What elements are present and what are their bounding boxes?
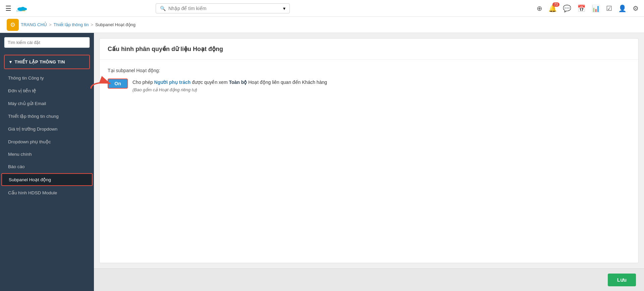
sidebar-items-list: Thông tin Công ty Đơn vị tiền tệ Máy chủ… [0, 72, 94, 199]
content-card: Cấu hình phân quyền dữ liệu Hoạt động Tạ… [99, 38, 639, 263]
desc-suffix: Hoạt động liên quan đến Khách hàng [247, 80, 327, 85]
hamburger-menu[interactable]: ☰ [5, 4, 11, 12]
page-layout: ▾ THIẾT LẬP THÔNG TIN Thông tin Công ty … [0, 33, 644, 291]
sidebar-section-thiet-lap: ▾ THIẾT LẬP THÔNG TIN [4, 55, 90, 69]
chat-icon[interactable]: 💬 [563, 4, 571, 12]
content-body: Tại subpanel Hoạt động: On [100, 60, 638, 102]
calendar-icon[interactable]: 📅 [577, 4, 586, 12]
breadcrumb-sep2: > [91, 22, 93, 27]
cloudpro-logo-icon: CLOUD PRO [15, 3, 30, 14]
sidebar: ▾ THIẾT LẬP THÔNG TIN Thông tin Công ty … [0, 33, 94, 291]
svg-text:PRO: PRO [22, 10, 25, 11]
sidebar-item-cau-hinh-hdsd[interactable]: Cấu hình HDSD Module [0, 186, 94, 199]
notification-badge: 73 [552, 2, 559, 7]
sidebar-item-thong-tin-cong-ty[interactable]: Thông tin Công ty [0, 72, 94, 84]
svg-text:CLOUD: CLOUD [16, 10, 21, 11]
desc-prefix: Cho phép [132, 80, 154, 85]
search-input[interactable] [168, 6, 280, 11]
breadcrumb-sep1: > [49, 22, 52, 27]
footer-bar: Lưu [94, 269, 644, 291]
sidebar-item-gia-tri-dropdown[interactable]: Giá trị trường Dropdown [0, 123, 94, 135]
sidebar-item-dropdown-phu-thuoc[interactable]: Dropdown phụ thuộc [0, 135, 94, 148]
settings-icon[interactable]: ⚙ [633, 4, 639, 12]
notification-icon[interactable]: 🔔 73 [548, 4, 557, 12]
page-title: Cấu hình phân quyền dữ liệu Hoạt động [100, 39, 638, 60]
sidebar-item-may-chu-gui-email[interactable]: Máy chủ gửi Email [0, 97, 94, 110]
search-icon: 🔍 [160, 6, 166, 11]
breadcrumb: TRANG CHỦ > Thiết lập thông tin > Subpan… [21, 22, 136, 27]
desc-mid: được quyền xem [191, 80, 229, 85]
add-icon[interactable]: ⊕ [537, 4, 542, 12]
toggle-description: Cho phép Người phụ trách được quyền xem … [132, 79, 327, 94]
chevron-down-icon: ▾ [283, 6, 285, 11]
desc-italic: (Bao gồm cả Hoạt động riêng tư) [132, 87, 197, 92]
settings-gear-icon: ⚙ [7, 19, 19, 31]
subpanel-label: Tại subpanel Hoạt động: [108, 68, 630, 73]
toggle-wrapper: On [108, 79, 128, 89]
sidebar-item-don-vi-tien-te[interactable]: Đơn vị tiền tệ [0, 84, 94, 97]
main-content: Cấu hình phân quyền dữ liệu Hoạt động Tạ… [94, 33, 644, 291]
on-off-toggle[interactable]: On [108, 79, 128, 89]
logo: CLOUD PRO [15, 3, 30, 14]
sidebar-search-input[interactable] [4, 37, 90, 48]
desc-bold2: Toàn bộ [229, 80, 247, 85]
chart-icon[interactable]: 📊 [592, 4, 600, 12]
sidebar-item-menu-chinh[interactable]: Menu chính [0, 148, 94, 160]
sidebar-section-label: THIẾT LẬP THÔNG TIN [15, 59, 65, 64]
sidebar-item-thiet-lap-chung[interactable]: Thiết lập thông tin chung [0, 110, 94, 123]
chevron-icon: ▾ [9, 59, 12, 64]
search-bar[interactable]: 🔍 ▾ [156, 3, 290, 13]
user-icon[interactable]: 👤 [618, 4, 627, 12]
sidebar-search-container [0, 33, 94, 52]
save-button[interactable]: Lưu [608, 274, 636, 286]
breadcrumb-home[interactable]: TRANG CHỦ [21, 22, 47, 27]
sidebar-item-subpanel-hoat-dong[interactable]: Subpanel Hoạt động [1, 173, 93, 186]
sidebar-item-bao-cao[interactable]: Báo cáo [0, 160, 94, 173]
top-navigation: ☰ CLOUD PRO 🔍 ▾ ⊕ 🔔 73 💬 📅 📊 ☑ 👤 ⚙ [0, 0, 644, 17]
breadcrumb-current: Subpanel Hoạt động [95, 22, 136, 27]
breadcrumb-step2[interactable]: Thiết lập thông tin [53, 22, 89, 27]
sidebar-section-header[interactable]: ▾ THIẾT LẬP THÔNG TIN [5, 55, 89, 68]
checklist-icon[interactable]: ☑ [606, 4, 612, 12]
toggle-row: On [108, 79, 630, 94]
topnav-icons: ⊕ 🔔 73 💬 📅 📊 ☑ 👤 ⚙ [537, 4, 639, 12]
breadcrumb-bar: ⚙ TRANG CHỦ > Thiết lập thông tin > Subp… [0, 17, 644, 33]
desc-bold1: Người phụ trách [154, 80, 191, 85]
